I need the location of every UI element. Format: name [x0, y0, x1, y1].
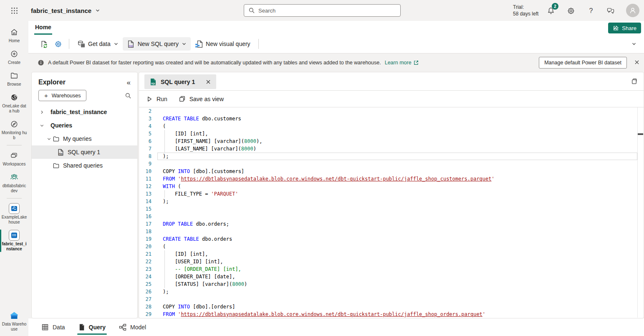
- visual-query-icon: [195, 40, 203, 48]
- code-line-22[interactable]: 22 [USER_ID] [int],: [139, 258, 637, 265]
- rail-item-monitoring-hub[interactable]: Monitoring hub: [0, 116, 28, 143]
- global-search[interactable]: [244, 4, 401, 17]
- add-warehouses-button[interactable]: + Warehouses: [38, 90, 86, 101]
- code-line-17[interactable]: 17DROP TABLE dbo.orders;: [139, 220, 637, 228]
- view-tab-query[interactable]: Query: [77, 318, 107, 336]
- app-title: fabric_test_instance: [31, 7, 91, 14]
- code-line-5[interactable]: 5 [ID] [int],: [139, 130, 637, 137]
- rail-item-workspaces[interactable]: Workspaces: [0, 148, 28, 169]
- rail-item-examplelakehouse[interactable]: ExampleLakehouse: [0, 201, 28, 227]
- code-line-12[interactable]: 12WITH (: [139, 183, 637, 190]
- rail-item-home[interactable]: Home: [0, 24, 28, 46]
- learn-more-link[interactable]: Learn more: [385, 60, 419, 66]
- code-line-27[interactable]: 27: [139, 295, 637, 303]
- line-number: 7: [139, 145, 152, 153]
- chevron-down-icon[interactable]: [45, 137, 52, 141]
- close-tab-icon[interactable]: [205, 79, 211, 85]
- code-line-9[interactable]: 9: [139, 160, 637, 168]
- chevron-down-icon[interactable]: [38, 123, 45, 128]
- top-bar: fabric_test_instance Trial: 58 days left…: [0, 0, 644, 21]
- save-as-view-button[interactable]: Save as view: [179, 95, 224, 102]
- rail-item-create[interactable]: Create: [0, 46, 28, 68]
- code-line-13[interactable]: 13 FILE_TYPE = 'PARQUET': [139, 190, 637, 198]
- ribbon-tab-row: Home Share: [28, 21, 644, 35]
- rail-item-data-warehouse[interactable]: Data Warehouse: [0, 308, 28, 334]
- workspace-switcher[interactable]: fabric_test_instance: [31, 0, 100, 21]
- explorer-search-icon[interactable]: [125, 92, 131, 99]
- rail-item-onelake-data-hub[interactable]: OneLake data hub: [0, 89, 28, 116]
- code-line-25[interactable]: 25 [STATUS] [varchar](8000): [139, 280, 637, 288]
- code-line-7[interactable]: 7 [LAST_NAME] [varchar](8000): [139, 145, 637, 153]
- app-launcher-icon[interactable]: [10, 7, 18, 15]
- search-input[interactable]: [258, 8, 396, 14]
- tab-home[interactable]: Home: [34, 21, 52, 35]
- rail-item-dbtlabsfabricdev[interactable]: dbtlabsfabricdev: [0, 169, 28, 196]
- code-line-21[interactable]: 21 [ID] [int],: [139, 250, 637, 258]
- code-line-8[interactable]: 8);: [139, 153, 637, 160]
- line-content: [ID] [int],: [152, 250, 208, 258]
- manage-dataset-button[interactable]: Manage default Power BI dataset: [539, 57, 627, 69]
- settings-button[interactable]: [566, 5, 576, 16]
- line-number: 8: [139, 153, 152, 160]
- rail-item-label: fabric_test_instance: [1, 242, 27, 252]
- line-number: 9: [139, 160, 152, 168]
- get-data-button[interactable]: Get data: [73, 37, 123, 51]
- database-icon: [77, 40, 85, 48]
- code-line-29[interactable]: 29FROM 'https://dbtlabsynapsedatalake.bl…: [139, 311, 637, 318]
- banner-close-icon[interactable]: [634, 59, 640, 65]
- chevron-right-icon[interactable]: [38, 110, 45, 115]
- line-content: );: [152, 288, 169, 295]
- tree-item-my-queries[interactable]: My queries: [32, 132, 137, 145]
- code-line-6[interactable]: 6 [FIRST_NAME] [varchar](8000),: [139, 137, 637, 145]
- ribbon-collapse-chevron[interactable]: [631, 41, 636, 46]
- code-line-3[interactable]: 3CREATE TABLE dbo.customers: [139, 115, 637, 122]
- share-button[interactable]: Share: [608, 23, 641, 33]
- help-button[interactable]: ?: [586, 5, 596, 16]
- refresh-dataset-button[interactable]: [37, 37, 51, 51]
- view-tab-data[interactable]: Data: [40, 318, 66, 336]
- sql-doc-outline-icon: SQL: [57, 149, 64, 156]
- account-avatar[interactable]: [626, 4, 639, 17]
- warehouse-settings-button[interactable]: [51, 37, 65, 51]
- sql-code-editor[interactable]: 23CREATE TABLE dbo.customers4(5 [ID] [in…: [139, 107, 637, 318]
- code-line-20[interactable]: 20(: [139, 243, 637, 250]
- line-number: 6: [139, 137, 152, 145]
- folder-icon: [10, 71, 18, 81]
- save-view-icon: [179, 95, 186, 102]
- run-button[interactable]: Run: [146, 96, 167, 102]
- tree-item-queries[interactable]: Queries: [32, 119, 137, 132]
- view-tab-model[interactable]: Model: [118, 318, 147, 336]
- feedback-button[interactable]: [605, 5, 616, 16]
- gear-blue-icon: [54, 40, 62, 48]
- code-line-23[interactable]: 23 -- [ORDER_DATE] [int],: [139, 265, 637, 273]
- collapse-panel-icon[interactable]: «: [127, 79, 131, 86]
- tree-item-shared-queries[interactable]: Shared queries: [32, 159, 137, 172]
- home-icon: [10, 27, 18, 37]
- editor-scrollbar[interactable]: [637, 107, 644, 318]
- code-line-15[interactable]: 15: [139, 205, 637, 213]
- tree-item-fabric-test-instance[interactable]: fabric_test_instance: [32, 105, 137, 119]
- scrollbar-mark: [638, 133, 643, 135]
- rail-item-browse[interactable]: Browse: [0, 68, 28, 89]
- code-line-18[interactable]: 18: [139, 228, 637, 235]
- code-line-14[interactable]: 14);: [139, 198, 637, 205]
- code-line-4[interactable]: 4(: [139, 122, 637, 130]
- code-line-2[interactable]: 2: [139, 107, 637, 115]
- line-content: [152, 228, 163, 235]
- new-visual-query-button[interactable]: New visual query: [191, 37, 255, 51]
- code-line-24[interactable]: 24 [ORDER_DATE] [date],: [139, 273, 637, 280]
- code-line-19[interactable]: 19CREATE TABLE dbo.orders: [139, 235, 637, 243]
- code-line-28[interactable]: 28COPY INTO [dbo].[orders]: [139, 303, 637, 311]
- code-line-26[interactable]: 26);: [139, 288, 637, 295]
- copy-icon[interactable]: [631, 78, 638, 85]
- rail-item-fabric-test-instance[interactable]: fabric_test_instance: [0, 227, 28, 254]
- svg-text:SQL: SQL: [151, 82, 156, 85]
- rail-item-label: Monitoring hub: [1, 130, 27, 140]
- query-tab-sql-query-1[interactable]: SQL SQL query 1: [144, 74, 216, 89]
- code-line-10[interactable]: 10COPY INTO [dbo].[customers]: [139, 168, 637, 175]
- line-number: 20: [139, 243, 152, 250]
- new-sql-query-button[interactable]: SQL New SQL query: [123, 37, 191, 51]
- tree-item-sql-query-1[interactable]: SQLSQL query 1: [32, 145, 137, 159]
- code-line-11[interactable]: 11FROM 'https://dbtlabsynapsedatalake.bl…: [139, 175, 637, 183]
- code-line-16[interactable]: 16: [139, 213, 637, 220]
